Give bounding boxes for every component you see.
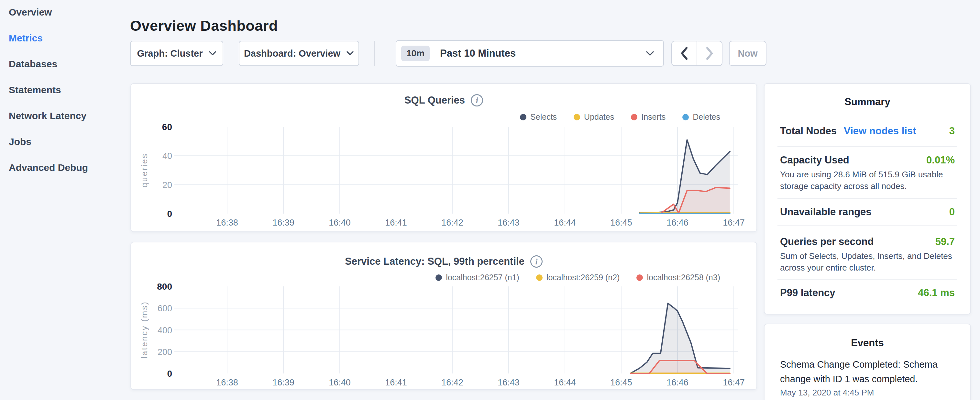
sql-queries-chart-card: SQL Queries i SelectsUpdatesInsertsDelet… (130, 83, 757, 232)
events-panel: Events Schema Change Completed: Schema c… (764, 324, 971, 400)
legend-label: localhost:26257 (n1) (446, 273, 519, 282)
y-axis-tick-label: 0 (167, 369, 172, 379)
service-latency-chart-card: Service Latency: SQL, 99th percentile i … (130, 242, 757, 390)
chart-title: Service Latency: SQL, 99th percentile (345, 256, 525, 267)
sidebar-item-network-latency[interactable]: Network Latency (9, 109, 86, 123)
summary-divider (778, 279, 957, 280)
x-axis-tick-label: 16:44 (554, 378, 576, 387)
summary-divider (778, 146, 957, 147)
y-axis-tick-label: 60 (162, 122, 172, 132)
x-axis-tick-label: 16:42 (441, 378, 463, 387)
db-console-app: Overview Metrics Databases Statements Ne… (0, 0, 980, 400)
x-axis-tick-label: 16:38 (216, 378, 238, 387)
legend-label: localhost:26259 (n2) (546, 273, 620, 282)
view-nodes-list-link[interactable]: View nodes list (844, 125, 916, 137)
legend-item: localhost:26259 (n2) (536, 273, 620, 282)
x-axis-tick-label: 16:44 (554, 218, 576, 228)
chevron-down-icon (209, 51, 216, 56)
x-axis-tick-label: 16:45 (610, 218, 632, 228)
capacity-used-label: Capacity Used (780, 155, 849, 166)
sidebar-item-advanced-debug[interactable]: Advanced Debug (9, 161, 88, 175)
summary-row-label: Total NodesView nodes list (780, 125, 916, 137)
y-axis-unit-label: queries (140, 153, 149, 187)
chevron-right-icon (705, 46, 714, 60)
queries-per-second-description: Sum of Selects, Updates, Inserts, and De… (780, 250, 957, 274)
y-axis-tick-label: 400 (158, 325, 172, 335)
y-axis-tick-label: 0 (167, 209, 172, 219)
y-axis-tick-label: 800 (157, 282, 172, 292)
x-axis-tick-label: 16:39 (272, 218, 294, 228)
y-axis-tick-label: 20 (162, 180, 172, 190)
events-heading: Events (765, 337, 970, 349)
legend-dot-icon (682, 114, 689, 120)
event-item-timestamp: May 13, 2020 at 4:45 PM (780, 388, 957, 398)
toolbar-divider (374, 41, 375, 66)
x-axis-tick-label: 16:46 (667, 218, 689, 228)
x-axis-tick-label: 16:40 (329, 218, 351, 228)
sidebar-item-statements[interactable]: Statements (9, 83, 61, 97)
dashboard-dropdown-label: Dashboard: Overview (244, 48, 340, 59)
page-title: Overview Dashboard (130, 18, 278, 34)
x-axis-tick-label: 16:46 (667, 378, 689, 387)
time-range-dropdown[interactable]: 10m Past 10 Minutes (396, 40, 664, 67)
x-axis-tick-label: 16:43 (498, 218, 520, 228)
capacity-used-value: 0.01% (926, 155, 955, 166)
time-range-label: Past 10 Minutes (440, 48, 640, 59)
dashboard-dropdown[interactable]: Dashboard: Overview (239, 41, 359, 66)
p99-latency-label: P99 latency (780, 287, 835, 299)
graph-dropdown[interactable]: Graph: Cluster (130, 41, 223, 66)
summary-panel: Summary Total NodesView nodes list 3 Cap… (764, 83, 971, 315)
legend-label: localhost:26258 (n3) (647, 273, 720, 282)
x-axis-tick-label: 16:38 (216, 218, 238, 228)
time-forward-button[interactable] (697, 41, 722, 65)
legend-dot-icon (574, 114, 580, 120)
time-range-badge: 10m (401, 46, 430, 61)
legend-item: Deletes (682, 112, 720, 122)
legend-item: localhost:26258 (n3) (636, 273, 720, 282)
p99-latency-value: 46.1 ms (918, 287, 955, 299)
now-button[interactable]: Now (729, 41, 767, 66)
time-pager (671, 41, 722, 66)
x-axis-tick-label: 16:41 (385, 378, 407, 387)
y-axis-tick-label: 200 (158, 347, 172, 357)
sidebar-item-overview[interactable]: Overview (9, 5, 52, 19)
chevron-down-icon (646, 51, 654, 56)
x-axis-tick-label: 16:47 (723, 378, 745, 387)
chart-legend: localhost:26257 (n1)localhost:26259 (n2)… (436, 273, 720, 282)
graph-dropdown-label: Graph: Cluster (137, 48, 202, 59)
total-nodes-value: 3 (949, 125, 955, 137)
total-nodes-label: Total Nodes (780, 125, 837, 137)
legend-label: Selects (530, 112, 557, 122)
sidebar: Overview Metrics Databases Statements Ne… (0, 0, 128, 400)
x-axis-tick-label: 16:47 (723, 218, 745, 228)
legend-item: Selects (520, 112, 557, 122)
x-axis-tick-label: 16:43 (498, 378, 520, 387)
legend-label: Inserts (641, 112, 665, 122)
legend-item: Updates (574, 112, 614, 122)
info-icon[interactable]: i (530, 255, 542, 268)
info-icon[interactable]: i (471, 94, 483, 107)
sidebar-item-databases[interactable]: Databases (9, 57, 57, 71)
capacity-used-description: You are using 28.6 MiB of 515.9 GiB usab… (780, 169, 957, 192)
queries-per-second-value: 59.7 (935, 236, 955, 247)
x-axis-tick-label: 16:39 (272, 378, 294, 387)
chart-title: SQL Queries (404, 94, 465, 106)
unavailable-ranges-label: Unavailable ranges (780, 206, 872, 218)
summary-divider (778, 198, 957, 199)
chevron-left-icon (680, 46, 689, 60)
y-axis-tick-label: 600 (158, 304, 172, 313)
queries-per-second-label: Queries per second (780, 236, 873, 247)
sidebar-item-metrics[interactable]: Metrics (9, 31, 43, 45)
time-back-button[interactable] (672, 41, 697, 65)
legend-label: Deletes (693, 112, 720, 122)
legend-dot-icon (436, 274, 442, 281)
legend-dot-icon (631, 114, 637, 120)
y-axis-unit-label: latency (ms) (140, 301, 149, 359)
y-axis-tick-label: 40 (162, 151, 172, 161)
legend-dot-icon (520, 114, 527, 120)
legend-dot-icon (536, 274, 542, 281)
sidebar-item-jobs[interactable]: Jobs (9, 135, 31, 149)
legend-label: Updates (584, 112, 614, 122)
legend-item: localhost:26257 (n1) (436, 273, 519, 282)
unavailable-ranges-value: 0 (949, 206, 955, 218)
